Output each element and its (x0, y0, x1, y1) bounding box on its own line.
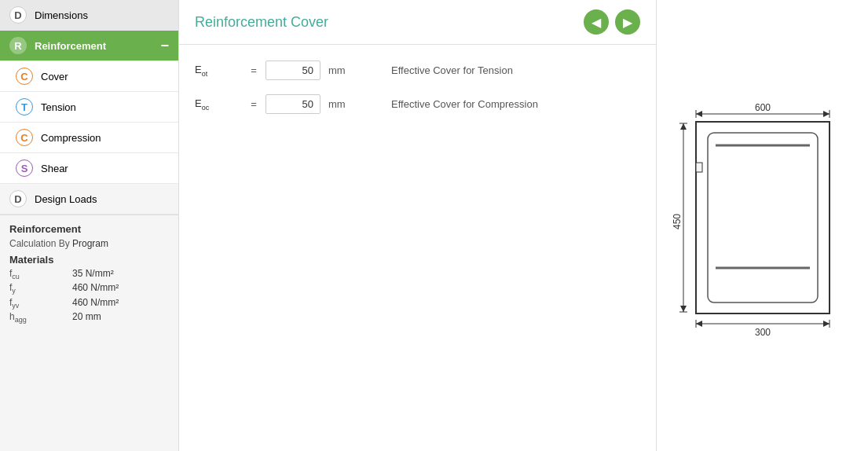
svg-marker-20 (680, 306, 687, 312)
info-hagg-value: 20 mm (72, 311, 101, 322)
sidebar-label-cover: Cover (41, 71, 68, 82)
forward-button[interactable]: ▶ (615, 9, 640, 35)
info-fyv-value: 460 N/mm² (72, 297, 119, 308)
diagram-svg: 600 450 300 (672, 100, 853, 351)
page-title: Reinforcement Cover (195, 14, 328, 31)
sidebar-item-shear[interactable]: S Shear (0, 153, 178, 184)
svg-marker-17 (696, 111, 702, 117)
compression-form-row: Eoc = mm Effective Cover for Compression (195, 94, 640, 114)
sidebar-letter-r: R (9, 37, 27, 54)
tension-eq: = (242, 64, 266, 76)
compression-input[interactable] (266, 94, 320, 114)
sidebar-letter-shear: S (16, 160, 33, 177)
info-fy-row: fy 460 N/mm² (9, 282, 169, 295)
info-fy-value: 460 N/mm² (72, 282, 119, 293)
sidebar-label-tension: Tension (41, 101, 76, 113)
sidebar-sub-items: C Cover T Tension C Compression S Shear (0, 61, 178, 184)
info-fcu-label: fcu (9, 268, 72, 280)
sidebar-label-reinforcement: Reinforcement (35, 40, 106, 52)
tension-label: Eot (195, 64, 242, 78)
svg-rect-8 (696, 122, 830, 314)
compression-eq: = (242, 98, 266, 110)
info-fcu-row: fcu 35 N/mm² (9, 268, 169, 280)
sidebar-minus-icon: − (160, 38, 169, 54)
compression-unit: mm (328, 98, 368, 110)
sidebar-item-compression[interactable]: C Compression (0, 123, 178, 153)
sidebar-item-design-loads[interactable]: D Design Loads (0, 184, 178, 214)
back-button[interactable]: ◀ (584, 9, 609, 35)
diagram-panel: 600 450 300 (656, 0, 868, 451)
info-fyv-row: fyv 460 N/mm² (9, 297, 169, 310)
tension-desc: Effective Cover for Tension (391, 64, 513, 76)
sidebar-letter-tension: T (16, 98, 33, 116)
nav-arrows: ◀ ▶ (584, 9, 640, 35)
info-fy-label: fy (9, 282, 72, 295)
svg-rect-9 (696, 163, 702, 172)
svg-marker-18 (823, 111, 830, 117)
sidebar-item-tension[interactable]: T Tension (0, 92, 178, 123)
info-reinforcement-title: Reinforcement (9, 223, 169, 235)
svg-text:300: 300 (754, 327, 770, 338)
info-materials-title: Materials (9, 254, 169, 266)
tension-unit: mm (328, 64, 368, 76)
info-calc-value: Program (72, 238, 108, 249)
tension-input[interactable] (266, 60, 320, 80)
sidebar-label-design-loads: Design Loads (35, 193, 97, 205)
compression-desc: Effective Cover for Compression (391, 98, 538, 110)
main-content: Reinforcement Cover ◀ ▶ Eot = mm Effecti… (179, 0, 656, 451)
sidebar-item-dimensions[interactable]: D Dimensions (0, 0, 178, 31)
info-calc-label: Calculation By (9, 238, 72, 249)
svg-rect-10 (708, 133, 818, 302)
svg-marker-19 (680, 123, 687, 130)
main-body: Eot = mm Effective Cover for Tension Eoc… (179, 45, 656, 451)
svg-text:600: 600 (754, 102, 770, 113)
sidebar-letter-d: D (9, 6, 27, 24)
tension-form-row: Eot = mm Effective Cover for Tension (195, 60, 640, 80)
sidebar-letter-d2: D (9, 190, 27, 207)
sidebar: D Dimensions R Reinforcement − C Cover T… (0, 0, 179, 451)
svg-marker-22 (823, 321, 830, 327)
sidebar-item-reinforcement[interactable]: R Reinforcement − (0, 31, 178, 61)
sidebar-info-panel: Reinforcement Calculation By Program Mat… (0, 214, 178, 334)
info-fcu-value: 35 N/mm² (72, 268, 114, 279)
sidebar-item-cover[interactable]: C Cover (0, 61, 178, 92)
compression-label: Eoc (195, 97, 242, 112)
main-header: Reinforcement Cover ◀ ▶ (179, 0, 656, 45)
info-fyv-label: fyv (9, 297, 72, 310)
info-hagg-label: hagg (9, 311, 72, 324)
info-calc-row: Calculation By Program (9, 238, 169, 249)
sidebar-letter-cover: C (16, 68, 33, 85)
sidebar-label-dimensions: Dimensions (35, 9, 88, 21)
sidebar-label-compression: Compression (41, 132, 101, 144)
svg-marker-21 (696, 321, 702, 327)
sidebar-label-shear: Shear (41, 163, 68, 174)
svg-text:450: 450 (672, 214, 683, 229)
sidebar-letter-compression: C (16, 129, 33, 146)
info-hagg-row: hagg 20 mm (9, 311, 169, 324)
